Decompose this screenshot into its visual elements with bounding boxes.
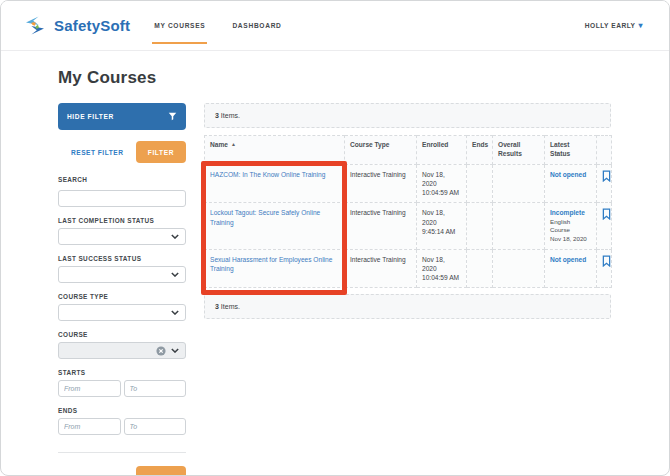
- hide-filter-button[interactable]: HIDE FILTER: [58, 103, 186, 130]
- results-count-label: Items.: [221, 303, 240, 310]
- status-date: Nov 18, 2020: [550, 235, 591, 244]
- search-input[interactable]: [58, 190, 186, 207]
- top-nav-bar: SafetySoft MY COURSES DASHBOARD HOLLY EA…: [1, 1, 669, 51]
- app-window: SafetySoft MY COURSES DASHBOARD HOLLY EA…: [0, 0, 670, 476]
- results-count-label: Items.: [221, 112, 240, 119]
- starts-group: STARTS: [58, 369, 186, 397]
- enrolled-cell: Nov 18, 2020 9:45:14 AM: [417, 203, 467, 249]
- course-label: COURSE: [58, 331, 186, 338]
- last-completion-status-group: LAST COMPLETION STATUS: [58, 217, 186, 245]
- status-link[interactable]: Not opened: [550, 255, 591, 264]
- course-name-link[interactable]: Sexual Harassment for Employees Online T…: [210, 256, 332, 272]
- courses-table: Name▲ Course Type Enrolled Ends Overall …: [204, 135, 612, 288]
- ends-to-input[interactable]: [124, 418, 187, 435]
- ends-group: ENDS: [58, 407, 186, 435]
- bookmark-icon: [602, 255, 611, 267]
- course-type-cell: Interactive Training: [345, 203, 417, 249]
- main-nav: MY COURSES DASHBOARD: [154, 1, 281, 50]
- filter-apply-button-bottom[interactable]: FILTER: [136, 466, 186, 476]
- results-count-number: 3: [215, 112, 219, 119]
- latest-status-cell: Not opened: [545, 164, 597, 203]
- results-count-bottom: 3 Items.: [204, 294, 611, 319]
- course-type-group: COURSE TYPE: [58, 293, 186, 321]
- bookmark-button[interactable]: [602, 255, 611, 267]
- status-detail: English Course: [550, 218, 591, 235]
- table-header-row: Name▲ Course Type Enrolled Ends Overall …: [205, 136, 612, 165]
- status-link[interactable]: Not opened: [550, 170, 591, 179]
- brand-name: SafetySoft: [54, 17, 130, 34]
- ends-cell: [467, 203, 493, 249]
- column-header-course-type[interactable]: Course Type: [345, 136, 417, 165]
- last-success-status-label: LAST SUCCESS STATUS: [58, 255, 186, 262]
- nav-dashboard[interactable]: DASHBOARD: [232, 1, 281, 50]
- enrolled-cell: Nov 18, 2020 10:04:59 AM: [417, 249, 467, 288]
- chevron-down-icon: [171, 272, 179, 277]
- chevron-down-icon: ▾: [638, 22, 643, 30]
- latest-status-cell: Not opened: [545, 249, 597, 288]
- safetysoft-logo-icon: [23, 15, 47, 36]
- brand-logo[interactable]: SafetySoft: [23, 15, 130, 36]
- column-header-latest-status[interactable]: Latest Status: [545, 136, 597, 165]
- latest-status-cell: Incomplete English Course Nov 18, 2020: [545, 203, 597, 249]
- table-row: HAZCOM: In The Know Online Training Inte…: [205, 164, 612, 203]
- table-row: Lockout Tagout: Secure Safely Online Tra…: [205, 203, 612, 249]
- column-header-overall-results[interactable]: Overall Results: [493, 136, 545, 165]
- course-name-cell: HAZCOM: In The Know Online Training: [205, 164, 345, 203]
- starts-to-input[interactable]: [124, 380, 187, 397]
- courses-panel: 3 Items. Name▲ Course Type: [204, 103, 611, 476]
- course-name-link[interactable]: HAZCOM: In The Know Online Training: [210, 171, 325, 178]
- course-type-cell: Interactive Training: [345, 249, 417, 288]
- overall-results-cell: [493, 249, 545, 288]
- overall-results-cell: [493, 164, 545, 203]
- course-name-cell: Lockout Tagout: Secure Safely Online Tra…: [205, 203, 345, 249]
- sort-ascending-icon: ▲: [231, 141, 236, 147]
- last-success-status-select[interactable]: [58, 266, 186, 283]
- ends-label: ENDS: [58, 407, 186, 414]
- chevron-down-icon: [171, 234, 179, 239]
- bookmark-cell: [597, 203, 612, 249]
- ends-cell: [467, 249, 493, 288]
- course-group: COURSE: [58, 331, 186, 359]
- clear-selection-icon[interactable]: [156, 346, 166, 356]
- column-header-ends[interactable]: Ends: [467, 136, 493, 165]
- user-menu[interactable]: HOLLY EARLY ▾: [585, 22, 643, 30]
- column-header-name[interactable]: Name▲: [205, 136, 345, 165]
- course-select[interactable]: [58, 342, 186, 359]
- page-content: My Courses HIDE FILTER RESET FILTER FILT…: [1, 51, 669, 476]
- column-header-enrolled[interactable]: Enrolled: [417, 136, 467, 165]
- ends-cell: [467, 164, 493, 203]
- chevron-down-icon: [171, 310, 179, 315]
- starts-from-input[interactable]: [58, 380, 121, 397]
- last-completion-status-select[interactable]: [58, 228, 186, 245]
- filter-funnel-icon: [168, 112, 177, 121]
- hide-filter-label: HIDE FILTER: [67, 113, 114, 120]
- search-label: SEARCH: [58, 176, 186, 183]
- starts-label: STARTS: [58, 369, 186, 376]
- chevron-down-icon: [171, 348, 179, 353]
- course-type-cell: Interactive Training: [345, 164, 417, 203]
- bookmark-button[interactable]: [602, 208, 611, 220]
- course-name-link[interactable]: Lockout Tagout: Secure Safely Online Tra…: [210, 209, 320, 225]
- page-title: My Courses: [58, 68, 669, 88]
- status-link[interactable]: Incomplete: [550, 208, 591, 217]
- course-type-label: COURSE TYPE: [58, 293, 186, 300]
- enrolled-cell: Nov 18, 2020 10:04:59 AM: [417, 164, 467, 203]
- last-completion-status-label: LAST COMPLETION STATUS: [58, 217, 186, 224]
- course-type-select[interactable]: [58, 304, 186, 321]
- last-success-status-group: LAST SUCCESS STATUS: [58, 255, 186, 283]
- column-header-bookmark: [597, 136, 612, 165]
- bookmark-icon: [602, 208, 611, 220]
- overall-results-cell: [493, 203, 545, 249]
- results-count-top: 3 Items.: [204, 103, 611, 128]
- bookmark-cell: [597, 164, 612, 203]
- results-count-number: 3: [215, 303, 219, 310]
- bookmark-button[interactable]: [602, 170, 611, 182]
- user-name: HOLLY EARLY: [585, 22, 636, 29]
- ends-from-input[interactable]: [58, 418, 121, 435]
- bookmark-icon: [602, 170, 611, 182]
- filter-apply-button[interactable]: FILTER: [136, 141, 186, 163]
- filter-sidebar: HIDE FILTER RESET FILTER FILTER SEARCH L…: [58, 103, 186, 476]
- reset-filter-link[interactable]: RESET FILTER: [58, 149, 123, 156]
- table-row: Sexual Harassment for Employees Online T…: [205, 249, 612, 288]
- nav-my-courses[interactable]: MY COURSES: [154, 1, 205, 50]
